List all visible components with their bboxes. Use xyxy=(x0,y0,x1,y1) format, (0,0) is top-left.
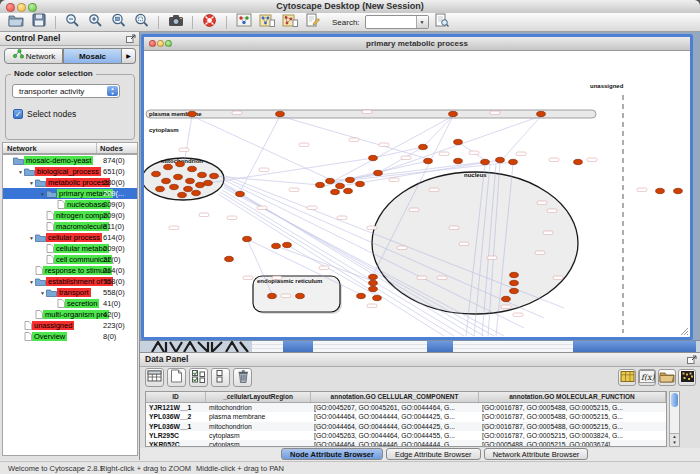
network-node[interactable] xyxy=(204,180,213,185)
table-cell[interactable]: [GO:0044464, GO:0044446, GO:0044444, G..… xyxy=(311,440,479,447)
tree-item-transport[interactable]: ▼transport558(0) xyxy=(3,287,137,298)
expand-arrow-icon[interactable]: ▼ xyxy=(28,180,35,186)
tree-item-cell-communicat[interactable]: cell communicat22(0) xyxy=(3,254,137,265)
float-panel-icon[interactable] xyxy=(687,355,697,364)
network-node[interactable] xyxy=(674,188,683,193)
table-cell[interactable]: cytoplasm xyxy=(206,431,311,440)
network-node[interactable] xyxy=(243,236,252,241)
network-node[interactable] xyxy=(369,280,378,285)
network-node[interactable] xyxy=(424,158,433,163)
table-scrollbar[interactable]: ▲▼ xyxy=(669,391,680,447)
new-attr-button[interactable] xyxy=(167,368,186,387)
zoom-selected-button[interactable] xyxy=(108,14,129,31)
network-node[interactable] xyxy=(184,186,193,191)
network-node[interactable] xyxy=(162,178,171,183)
zoom-in-button[interactable] xyxy=(85,14,106,31)
tree-item-multi-organism-pro[interactable]: multi-organism pro42(0) xyxy=(3,309,137,320)
table-cell[interactable]: [GO:0016787, GO:0005488, GO:0005215, G..… xyxy=(479,412,666,421)
tree-item-nitrogen-compo[interactable]: nitrogen compo209(0) xyxy=(3,210,137,221)
network-view-window[interactable]: primary metabolic process plasma membran… xyxy=(141,34,693,340)
tree-item-unassigned[interactable]: unassigned223(0) xyxy=(3,320,137,331)
expand-arrow-icon[interactable]: ▼ xyxy=(28,279,35,285)
node-color-dropdown[interactable]: transporter activity ▲▼ xyxy=(12,84,120,98)
network-node[interactable] xyxy=(336,183,345,188)
network-node[interactable] xyxy=(537,111,546,116)
network-node[interactable] xyxy=(188,166,197,171)
table-cell[interactable]: [GO:0045263, GO:0044464, GO:0044455, G..… xyxy=(311,431,479,440)
tab-mosaic[interactable]: Mosaic xyxy=(63,48,122,64)
table-cell[interactable]: [GO:0016787, GO:0005488, GO:0005215, G..… xyxy=(479,403,666,412)
network-node[interactable] xyxy=(454,158,463,163)
network-node[interactable] xyxy=(449,111,458,116)
column-header-network[interactable]: Network xyxy=(3,143,97,153)
table-cell[interactable]: YKR052C xyxy=(146,440,206,447)
network-node[interactable] xyxy=(510,288,519,293)
network-node[interactable] xyxy=(502,296,511,301)
network-node[interactable] xyxy=(316,182,325,187)
network-node[interactable] xyxy=(186,178,195,183)
network-node[interactable] xyxy=(369,274,378,279)
network-node[interactable] xyxy=(296,293,305,298)
tree-item-metabolic-process[interactable]: ▼metabolic process280(0) xyxy=(3,177,137,188)
tree-item-primary-metabo[interactable]: ▼primary metabo209(... xyxy=(3,188,137,199)
network-node[interactable] xyxy=(356,181,365,186)
zoom-out-button[interactable] xyxy=(62,14,83,31)
tab-edge-attribute-browser[interactable]: Edge Attribute Browser xyxy=(386,448,481,460)
table-cell[interactable]: [GO:0005488, GO:0005215, GO:0003674] xyxy=(479,440,666,447)
network-node[interactable] xyxy=(510,272,519,277)
tab-network[interactable]: Network xyxy=(4,48,63,64)
attr-yellow-button[interactable] xyxy=(618,369,636,386)
network-node[interactable] xyxy=(170,184,179,189)
table-cell[interactable]: mitochondrion xyxy=(206,403,311,412)
search-dropdown-arrow-icon[interactable]: ▼ xyxy=(416,16,428,28)
tab-node-attribute-browser[interactable]: Node Attribute Browser xyxy=(281,448,383,460)
tab-network-attribute-browser[interactable]: Network Attribute Browser xyxy=(484,448,589,460)
scrollbar-thumb[interactable] xyxy=(671,393,678,407)
network-node[interactable] xyxy=(164,164,173,169)
network-node[interactable] xyxy=(210,173,219,178)
expand-arrow-icon[interactable]: ▼ xyxy=(17,169,24,175)
select-nodes-checkbox[interactable]: ✓ xyxy=(13,109,23,119)
network-node[interactable] xyxy=(192,190,201,195)
network-node[interactable] xyxy=(369,155,378,160)
network-node[interactable] xyxy=(454,139,463,144)
search-input[interactable]: ▼ xyxy=(365,15,429,29)
table-cell[interactable]: plasma membrane xyxy=(206,412,311,421)
network-node[interactable] xyxy=(236,191,245,196)
network-node[interactable] xyxy=(196,182,205,187)
tree-item-macromolecule[interactable]: macromolecule311(0) xyxy=(3,221,137,232)
network-node[interactable] xyxy=(178,192,187,197)
tree-item-cellular-process[interactable]: ▼cellular process614(0) xyxy=(3,232,137,243)
column-header-1[interactable]: _cellularLayoutRegion xyxy=(206,392,311,402)
tree-item-response-to-stimulu[interactable]: response to stimulu264(0) xyxy=(3,265,137,276)
network-node[interactable] xyxy=(283,242,292,247)
tree-item-biological-process[interactable]: ▼biological_process651(0) xyxy=(3,166,137,177)
zoom-fit-button[interactable] xyxy=(131,14,152,31)
snapshot-button[interactable] xyxy=(165,14,186,31)
network-node[interactable] xyxy=(188,111,197,116)
network-node[interactable] xyxy=(373,295,382,300)
table-cell[interactable]: mitochondrion xyxy=(206,422,311,431)
table-row[interactable]: YLR295Ccytoplasm[GO:0045263, GO:0044464,… xyxy=(146,431,666,440)
column-header-2[interactable]: annotation.GO CELLULAR_COMPONENT xyxy=(311,392,479,402)
table-cell[interactable]: cytoplasm xyxy=(206,440,311,447)
attr-table-button[interactable] xyxy=(145,368,164,387)
table-cell[interactable]: [GO:0016787, GO:0005215, GO:0003824, G..… xyxy=(479,431,666,440)
table-row[interactable]: YPL036W__2plasma membrane[GO:0044464, GO… xyxy=(146,412,666,421)
layout-a-button[interactable] xyxy=(256,14,277,31)
network-node[interactable] xyxy=(346,177,355,182)
tree-item-mosaic-demo-yeast[interactable]: mosaic-demo-yeast874(0) xyxy=(3,155,137,166)
network-node[interactable] xyxy=(344,188,353,193)
column-header-0[interactable]: ID xyxy=(146,392,206,402)
network-node[interactable] xyxy=(574,159,583,164)
column-header-3[interactable]: annotation.GO MOLECULAR_FUNCTION xyxy=(479,392,666,402)
network-node[interactable] xyxy=(496,157,505,162)
vizmapper-button[interactable] xyxy=(233,14,254,31)
network-node[interactable] xyxy=(176,161,185,166)
network-node[interactable] xyxy=(156,186,165,191)
unselect-attrs-button[interactable] xyxy=(211,368,230,387)
select-attrs-button[interactable] xyxy=(189,368,208,387)
column-header-nodes[interactable]: Nodes xyxy=(97,143,137,153)
network-node[interactable] xyxy=(198,172,207,177)
network-node[interactable] xyxy=(357,293,366,298)
